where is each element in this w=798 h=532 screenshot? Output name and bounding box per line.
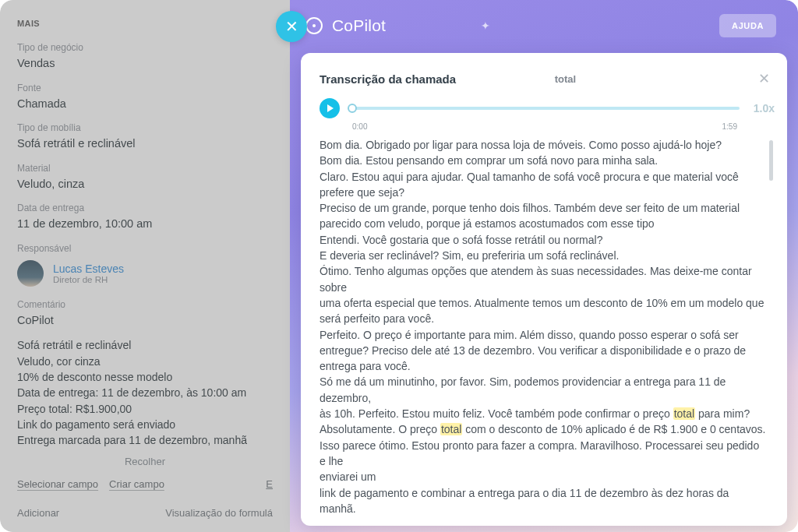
material-label: Material	[17, 163, 273, 174]
business-type-value: Vendas	[17, 56, 273, 72]
responsible-role: Diretor de RH	[53, 275, 124, 284]
comment-label: Comentário	[17, 299, 273, 310]
transcript-area[interactable]: Bom dia. Obrigado por ligar para nossa l…	[320, 137, 775, 518]
time-end: 1:59	[722, 122, 737, 131]
responsible-label: Responsável	[17, 243, 273, 254]
delivery-date-value: 11 de dezembro, 10:00 am	[17, 217, 273, 232]
delivery-date-label: Data de entrega	[17, 203, 273, 213]
copilot-header: CoPilot ✦ AJUDA	[290, 0, 798, 47]
business-type-label: Tipo de negócio	[17, 42, 273, 53]
source-label: Fonte	[17, 83, 273, 93]
highlight: total	[673, 407, 695, 420]
copilot-logo-icon	[305, 17, 323, 34]
responsible-person[interactable]: Lucas Esteves Diretor de RH	[17, 260, 273, 287]
highlight: total	[440, 423, 462, 435]
details-panel: MAIS Tipo de negócio Vendas Fonte Chamad…	[0, 0, 290, 532]
seek-track[interactable]	[349, 107, 740, 110]
select-field-link[interactable]: Selecionar campo	[17, 478, 98, 490]
section-title: MAIS	[17, 19, 273, 28]
furniture-type-value: Sofá retrátil e reclinável	[17, 136, 273, 152]
material-value: Veludo, cinza	[17, 177, 273, 192]
copilot-title: CoPilot	[332, 16, 386, 35]
timestamps: 0:00 1:59	[320, 120, 775, 137]
help-button[interactable]: AJUDA	[719, 14, 776, 37]
add-link[interactable]: Adicionar	[17, 507, 59, 519]
create-field-link[interactable]: Criar campo	[109, 478, 164, 490]
close-icon: ✕	[285, 19, 298, 34]
close-panel-button[interactable]: ✕	[276, 11, 307, 42]
time-start: 0:00	[352, 122, 367, 131]
sparkle-icon: ✦	[481, 19, 490, 32]
play-button[interactable]	[320, 98, 340, 118]
bottom-e[interactable]: E	[266, 478, 273, 490]
search-term[interactable]: total	[555, 73, 576, 85]
responsible-name: Lucas Esteves	[53, 262, 124, 275]
card-title: Transcrição da chamada	[320, 72, 456, 86]
seek-thumb[interactable]	[348, 104, 357, 113]
transcript-text: Bom dia. Obrigado por ligar para nossa l…	[320, 137, 767, 518]
furniture-type-label: Tipo de mobília	[17, 122, 273, 133]
avatar	[17, 260, 44, 287]
collapse-button[interactable]: Recolher	[17, 448, 273, 478]
transcript-card: Transcrição da chamada total ✕ 1.0x 0:00…	[301, 53, 787, 526]
audio-player: 1.0x	[320, 98, 775, 118]
playback-speed[interactable]: 1.0x	[754, 102, 775, 115]
source-value: Chamada	[17, 97, 273, 112]
comment-author: CoPilot	[17, 313, 273, 329]
comment-body: Sofá retrátil e reclinável Veludo, cor c…	[17, 337, 273, 448]
card-close-button[interactable]: ✕	[758, 70, 770, 87]
close-icon: ✕	[758, 71, 770, 86]
scrollbar-thumb[interactable]	[769, 140, 773, 181]
copilot-panel: CoPilot ✦ AJUDA Transcrição da chamada t…	[290, 0, 798, 532]
form-view-link[interactable]: Visualização do formulá	[165, 507, 273, 519]
